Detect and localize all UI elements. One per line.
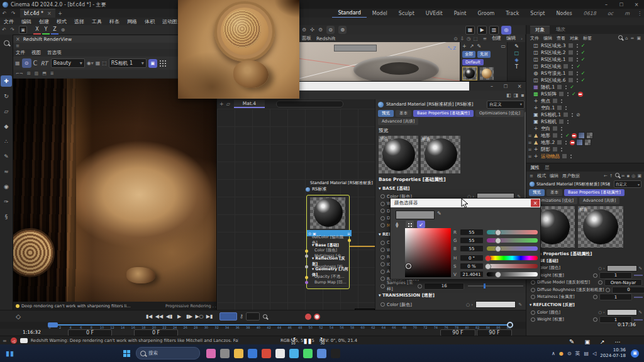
visibility-dots[interactable] [560,126,564,131]
sv-gradient-square[interactable] [405,228,451,277]
anim-dot-icon[interactable] [380,284,385,288]
workspace-tab-uvedit[interactable]: UVEdit [420,9,448,18]
taskbar-app-4[interactable] [262,349,271,358]
rv-tool2-icon[interactable]: ⊞ [27,71,31,76]
search-icon[interactable] [618,35,623,41]
rv-tool2-icon[interactable]: ⌐¬ [16,71,23,76]
ap-menu-2[interactable]: 用户数据 [562,173,580,179]
object-row[interactable]: ◫RS区域光.2✓ [526,49,644,56]
rv-camera-dropdown[interactable]: RS相机 1▾ [109,58,147,68]
close-icon[interactable]: × [629,2,644,8]
visibility-dots[interactable] [565,106,568,111]
object-row[interactable]: +焦点 [526,97,644,104]
layer-menu-icon[interactable]: ≡ [483,36,487,41]
slider-handle[interactable] [495,272,501,278]
maximize-icon[interactable]: □ [614,2,629,7]
samples-slider[interactable] [468,285,523,287]
undo-icon[interactable]: ↶ [0,11,9,16]
om-menu-0[interactable]: 文件 [530,35,539,41]
color-value-r[interactable]: 55 [460,229,484,236]
layer-menu-0[interactable]: 创建 [492,35,501,41]
anim-dot-icon[interactable] [531,310,535,315]
texture-thumb[interactable] [586,132,593,139]
visibility-box[interactable] [568,43,574,48]
minimize-icon[interactable]: – [599,2,614,8]
render-view-button[interactable]: ⊙ [326,26,335,34]
slider-handle[interactable] [485,263,491,270]
tool-icon-5[interactable]: ✎ [1,151,12,162]
node-port[interactable]: Bump Map [凹… [307,280,349,285]
object-row[interactable]: ⊞+阴影 [526,146,644,153]
pen-point-icon[interactable]: ✎ [514,43,519,49]
axis-lock-z[interactable]: Z [51,26,58,35]
autokey-button[interactable] [314,314,320,320]
tray-expand-icon[interactable]: ∧ [552,351,555,356]
lock-icon[interactable]: ▪ [627,173,630,178]
anim-dot-icon[interactable] [531,280,535,285]
search-anim-icon[interactable] [260,314,270,319]
visibility-dots[interactable] [565,85,568,90]
color-swatch[interactable] [607,309,637,315]
slider-line[interactable] [634,275,643,276]
fullscreen-button[interactable]: ↗ [600,339,605,345]
plane-icon[interactable]: □ [514,50,519,56]
tab-基本[interactable]: 基本 [396,110,411,117]
notification-badge[interactable]: ▣ [631,349,639,358]
popout-icon[interactable]: ▣ [636,36,641,41]
rv-render-button[interactable]: ⊙ [22,58,31,68]
taskbar-app-7[interactable] [303,349,313,358]
rv-tool2-icon[interactable]: ▥ [35,71,39,76]
tab-layers[interactable]: 层 [545,165,550,171]
filter-icon[interactable]: ≂ [631,36,635,41]
eyedropper-icon[interactable]: ✎ [477,43,481,49]
anim-dot-icon[interactable] [380,216,385,221]
layer-all-button[interactable]: 全部 [462,51,475,58]
object-row[interactable]: ⊞▲地形.2 [526,139,644,146]
viewport-menu-1[interactable]: Redshift [316,36,335,41]
cast-icon[interactable]: ▤ [584,351,589,356]
menu-1[interactable]: 编辑 [18,18,35,25]
workspace-tab-standard[interactable]: Standard [332,9,366,18]
visibility-dots[interactable] [576,71,579,76]
anim-dot-icon[interactable] [380,194,385,199]
anim-dot-icon[interactable] [380,223,385,228]
rv-lock-camera-button[interactable]: ▣ [148,59,157,68]
visibility-dots[interactable] [560,147,564,152]
cube-icon[interactable]: ◈ [514,57,518,63]
text-tool-icon[interactable]: T [515,64,518,70]
taskbar-app-6[interactable] [289,349,299,358]
playback-button-2[interactable]: ◀▮ [165,314,173,319]
material-thumbnail[interactable] [462,67,477,80]
timeline-ruler[interactable]: 0246810121416182022242628303234363840424… [0,322,526,329]
tab-takes[interactable]: 场次 [551,26,570,33]
tab-objects[interactable]: 对象 [530,26,550,34]
tool-icon-4[interactable]: ∴ [1,136,12,147]
workspace-more-icon[interactable]: ⋮ [635,11,644,16]
visibility-dots[interactable] [571,64,574,69]
visibility-dots[interactable] [560,133,564,138]
ime-indicator[interactable]: 英 [575,350,580,357]
camera-icon[interactable]: ⊙ [453,36,457,41]
menu-4[interactable]: 选择 [70,18,88,25]
visibility-box[interactable] [563,112,569,118]
axis-lock-y[interactable]: Y [42,26,50,35]
search-input[interactable]: 搜索 [136,347,200,359]
port-dot-out[interactable] [348,239,351,242]
playback-button-6[interactable]: ▶▮ [206,314,213,319]
search-tool-icon[interactable] [0,37,13,48]
pause-button[interactable]: ▮▮ [303,337,312,345]
maximize-icon[interactable]: □ [499,84,513,89]
keyframe-diamond-icon[interactable]: ◇ [14,313,23,320]
trash-icon[interactable]: ▭ [501,43,506,49]
error-sound-icon[interactable]: ◁ [11,337,17,344]
expander-icon[interactable]: ⊞ [528,133,533,138]
ap-menu-0[interactable]: 模式 [537,173,546,179]
visibility-box[interactable] [557,105,562,111]
tool-icon-0[interactable]: ✚ [1,75,12,87]
visibility-dots[interactable] [565,140,568,145]
layer-menu-1[interactable]: 编辑 [506,35,516,41]
expander-icon[interactable]: ⊞ [528,147,533,151]
material-tab[interactable]: Mat.4 [234,100,265,108]
base-group-label[interactable]: ▾ BASE [基础] [375,184,527,193]
visibility-dots[interactable] [560,99,564,104]
